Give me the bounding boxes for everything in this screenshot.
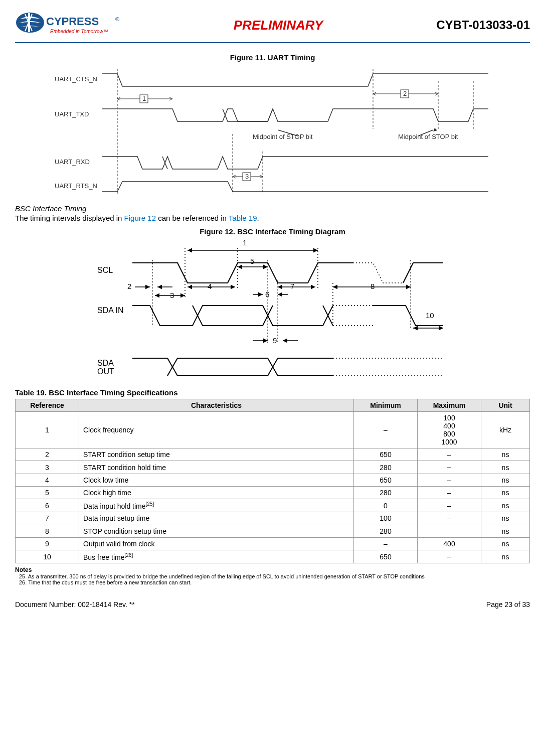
preliminary-label: PRELIMINARY — [120, 18, 436, 33]
table-header-row: Reference Characteristics Minimum Maximu… — [16, 399, 530, 412]
table-row: 2START condition setup time650–ns — [16, 448, 530, 461]
svg-text:SDA: SDA — [97, 359, 114, 367]
svg-text:4: 4 — [208, 282, 212, 290]
cell-max: – — [418, 486, 481, 499]
col-unit: Unit — [481, 399, 530, 412]
cell-unit: ns — [481, 537, 530, 550]
cell-ref: 9 — [16, 537, 79, 550]
cell-char: Output valid from clock — [79, 537, 354, 550]
cell-min: 650 — [354, 474, 418, 486]
cell-unit: ns — [481, 512, 530, 525]
cell-unit: ns — [481, 486, 530, 499]
note-25: 25. As a transmitter, 300 ns of delay is… — [15, 573, 530, 579]
svg-text:SDA IN: SDA IN — [97, 306, 123, 315]
svg-text:UART_CTS_N: UART_CTS_N — [55, 75, 97, 83]
table-row: 8STOP condition setup time280–ns — [16, 525, 530, 537]
table-row: 9Output valid from clock–400ns — [16, 537, 530, 550]
svg-text:5: 5 — [250, 257, 254, 265]
logo-text: CYPRESS — [46, 15, 99, 28]
svg-text:6: 6 — [265, 290, 269, 298]
cell-min: 280 — [354, 461, 418, 474]
svg-text:3: 3 — [245, 173, 249, 180]
cell-char: Clock low time — [79, 474, 354, 486]
svg-text:8: 8 — [371, 282, 375, 290]
cell-min: – — [354, 412, 418, 448]
table19-link[interactable]: Table 19 — [229, 214, 257, 222]
cell-ref: 3 — [16, 461, 79, 474]
cell-ref: 6 — [16, 499, 79, 512]
cell-char: STOP condition setup time — [79, 525, 354, 537]
text: The timing intervals displayed in — [15, 214, 124, 222]
svg-text:1: 1 — [243, 238, 247, 247]
cell-max: 400 — [418, 537, 481, 550]
cell-min: 650 — [354, 550, 418, 563]
svg-text:2: 2 — [403, 90, 407, 97]
cell-max: – — [418, 550, 481, 563]
cell-ref: 4 — [16, 474, 79, 486]
svg-text:2: 2 — [127, 282, 131, 290]
cell-min: – — [354, 537, 418, 550]
cell-char: START condition hold time — [79, 461, 354, 474]
table19: Reference Characteristics Minimum Maximu… — [15, 399, 530, 563]
cell-unit: ns — [481, 461, 530, 474]
cell-max: 1004008001000 — [418, 412, 481, 448]
figure12-diagram: .sig2 { font: 16px Arial; fill:#000; } .… — [92, 238, 453, 383]
cell-unit: ns — [481, 550, 530, 563]
text: can be referenced in — [156, 214, 229, 222]
col-minimum: Minimum — [354, 399, 418, 412]
col-characteristics: Characteristics — [79, 399, 354, 412]
table19-title: Table 19. BSC Interface Timing Specifica… — [15, 388, 530, 397]
notes-title: Notes — [15, 566, 530, 573]
table-row: 3START condition hold time280–ns — [16, 461, 530, 474]
figure12-title: Figure 12. BSC Interface Timing Diagram — [15, 227, 530, 236]
cypress-logo: CYPRESS ® Embedded in Tomorrow™ — [15, 10, 120, 40]
page-footer: Document Number: 002-18414 Rev. ** Page … — [15, 600, 530, 609]
table-row: 7Data input setup time100–ns — [16, 512, 530, 525]
figure11-title: Figure 11. UART Timing — [15, 53, 530, 62]
cell-unit: ns — [481, 525, 530, 537]
cell-min: 0 — [354, 499, 418, 512]
cell-char: Clock high time — [79, 486, 354, 499]
cell-max: – — [418, 448, 481, 461]
cell-unit: ns — [481, 474, 530, 486]
svg-text:®: ® — [115, 16, 119, 22]
logo-tagline: Embedded in Tomorrow™ — [50, 29, 108, 34]
figure11-diagram: .sig { font: 13px Arial; fill:#333; } .a… — [47, 64, 498, 199]
cell-min: 280 — [354, 486, 418, 499]
svg-text:SCL: SCL — [97, 266, 113, 274]
col-reference: Reference — [16, 399, 79, 412]
figure12-link[interactable]: Figure 12 — [124, 214, 156, 222]
table-row: 10Bus free time[26]650–ns — [16, 550, 530, 563]
svg-text:UART_RXD: UART_RXD — [55, 158, 90, 166]
note-26: 26. Time that the cbus must be free befo… — [15, 579, 530, 585]
cell-ref: 10 — [16, 550, 79, 563]
table-row: 5Clock high time280–ns — [16, 486, 530, 499]
svg-text:Midpoint of STOP bit: Midpoint of STOP bit — [398, 133, 458, 140]
svg-text:OUT: OUT — [97, 367, 114, 376]
cell-max: – — [418, 461, 481, 474]
cell-max: – — [418, 474, 481, 486]
cell-unit: ns — [481, 499, 530, 512]
cell-max: – — [418, 499, 481, 512]
cell-char: Bus free time[26] — [79, 550, 354, 563]
doc-number: Document Number: 002-18414 Rev. ** — [15, 600, 135, 609]
cell-min: 280 — [354, 525, 418, 537]
table-row: 4Clock low time650–ns — [16, 474, 530, 486]
cell-ref: 7 — [16, 512, 79, 525]
cell-max: – — [418, 512, 481, 525]
svg-text:UART_TXD: UART_TXD — [55, 110, 89, 118]
bsc-section-heading: BSC Interface Timing — [15, 204, 530, 213]
cell-ref: 8 — [16, 525, 79, 537]
cell-unit: ns — [481, 448, 530, 461]
cell-char: START condition setup time — [79, 448, 354, 461]
svg-text:10: 10 — [426, 311, 434, 320]
cell-ref: 5 — [16, 486, 79, 499]
cell-ref: 2 — [16, 448, 79, 461]
svg-text:7: 7 — [290, 282, 294, 290]
svg-text:9: 9 — [273, 336, 277, 345]
text: . — [257, 214, 259, 222]
notes-block: Notes 25. As a transmitter, 300 ns of de… — [15, 566, 530, 585]
svg-text:Midpoint of STOP bit: Midpoint of STOP bit — [253, 133, 313, 140]
cell-unit: kHz — [481, 412, 530, 448]
cell-char: Clock frequency — [79, 412, 354, 448]
